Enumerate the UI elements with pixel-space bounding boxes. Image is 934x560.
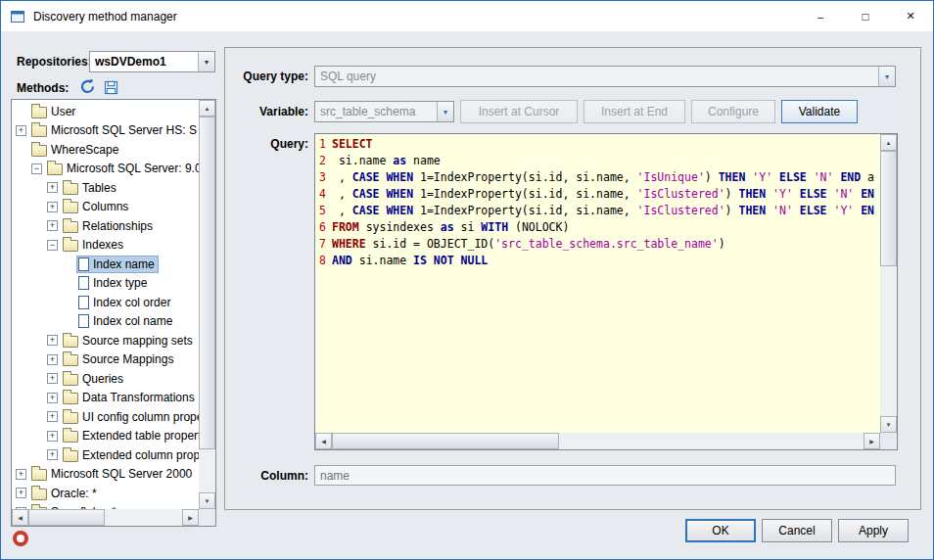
tree-item[interactable]: User: [12, 102, 199, 121]
tree-item[interactable]: −Microsoft SQL Server: 9.0 -: [12, 160, 199, 179]
tree-item-node[interactable]: Data Transformations: [62, 390, 198, 405]
tree-item-node[interactable]: User: [30, 104, 78, 119]
expand-icon[interactable]: +: [47, 335, 58, 346]
variable-value: src_table_schema: [315, 102, 437, 121]
tree-item[interactable]: +Columns: [12, 198, 199, 217]
scrollbar-thumb[interactable]: [28, 509, 105, 526]
tree-item[interactable]: +Microsoft SQL Server 2000: [12, 465, 199, 485]
expand-icon[interactable]: +: [47, 202, 58, 212]
tree-item[interactable]: +Extended table propert: [12, 427, 199, 446]
tree-item[interactable]: Index name: [12, 255, 199, 274]
sql-line: 5 , CASE WHEN 1=IndexProperty(si.id, si.…: [318, 203, 880, 219]
tree-item[interactable]: +Extended column prop: [12, 445, 199, 465]
editor-vertical-scrollbar[interactable]: ▲ ▼: [880, 134, 897, 433]
cancel-button[interactable]: Cancel: [762, 519, 832, 542]
expand-icon[interactable]: +: [47, 373, 58, 384]
tree-item[interactable]: Index col order: [12, 293, 199, 312]
tree-item-label: Indexes: [82, 238, 123, 252]
tree-item-label: Microsoft SQL Server 2000: [51, 467, 192, 481]
chevron-down-icon[interactable]: ▼: [198, 52, 214, 71]
tree-item[interactable]: +Tables: [12, 178, 199, 198]
apply-button[interactable]: Apply: [838, 519, 909, 542]
tree-item-node[interactable]: Index type: [77, 275, 150, 291]
window-controls: – □ ✕: [798, 1, 933, 31]
tree-item-node[interactable]: Oracle: *: [30, 486, 100, 501]
tree-item-node[interactable]: Indexes: [62, 237, 126, 253]
tree-item[interactable]: Index type: [12, 274, 199, 294]
repository-select[interactable]: wsDVDemo1 ▼: [89, 51, 215, 72]
scrollbar-left-button[interactable]: ◀: [315, 433, 332, 449]
tree-item-node[interactable]: Queries: [62, 371, 126, 387]
tree-item-node[interactable]: UI config column prope: [62, 409, 199, 425]
scrollbar-up-button[interactable]: ▲: [880, 134, 897, 151]
tree-item-node[interactable]: Source mapping sets: [62, 333, 196, 349]
tree-item-node[interactable]: Microsoft SQL Server: 9.0 -: [46, 161, 199, 176]
tree-item-selected[interactable]: Index name: [77, 257, 158, 272]
scrollbar-thumb[interactable]: [880, 151, 897, 266]
save-methods-button[interactable]: [101, 77, 120, 97]
minimize-button[interactable]: –: [798, 1, 843, 31]
tree-item-node[interactable]: Microsoft SQL Server HS: S: [30, 122, 199, 138]
tree-item[interactable]: +Microsoft SQL Server HS: S: [12, 121, 199, 141]
close-button[interactable]: ✕: [888, 1, 933, 31]
tree-item-node[interactable]: Index col name: [77, 313, 175, 329]
tree-item-node[interactable]: Extended column prop: [62, 447, 199, 463]
scrollbar-up-button[interactable]: ▲: [199, 100, 215, 117]
scrollbar-right-button[interactable]: ▶: [182, 509, 199, 526]
scrollbar-down-button[interactable]: ▼: [199, 492, 215, 509]
tree-item-node[interactable]: Extended table propert: [62, 428, 199, 443]
tree-item[interactable]: +Relationships: [12, 216, 199, 236]
refresh-methods-button[interactable]: [77, 76, 97, 96]
folder-icon: [63, 354, 78, 366]
tree-item-label: Source mapping sets: [82, 334, 193, 348]
tree-item[interactable]: WhereScape: [12, 140, 199, 160]
insert-at-end-button[interactable]: Insert at End: [584, 100, 685, 123]
tree-item[interactable]: +UI config column prope: [12, 407, 199, 427]
configure-button[interactable]: Configure: [691, 100, 775, 123]
tree-item-node[interactable]: Tables: [62, 180, 119, 196]
tree-vertical-scrollbar[interactable]: ▲ ▼: [199, 100, 215, 509]
tree-item-node[interactable]: Microsoft SQL Server 2000: [30, 466, 195, 482]
scrollbar-down-button[interactable]: ▼: [880, 416, 897, 433]
tree-item-node[interactable]: Index col order: [77, 295, 173, 310]
tree-item-label: Columns: [82, 200, 128, 213]
tree-item[interactable]: +Queries: [12, 369, 199, 389]
tree-item-node[interactable]: WhereScape: [30, 142, 121, 158]
scrollbar-thumb[interactable]: [332, 433, 559, 449]
expand-icon[interactable]: +: [16, 469, 26, 480]
insert-at-cursor-button[interactable]: Insert at Cursor: [460, 100, 578, 123]
sql-line: 8AND si.name IS NOT NULL: [318, 253, 880, 269]
expand-icon[interactable]: +: [47, 182, 58, 193]
tree-item[interactable]: +Source Mappings: [12, 350, 199, 370]
expand-icon[interactable]: +: [47, 449, 58, 460]
expand-icon[interactable]: +: [16, 488, 26, 498]
expand-icon[interactable]: +: [47, 354, 58, 365]
tree-item[interactable]: −Indexes: [12, 236, 199, 256]
sql-lines[interactable]: 1SELECT2 si.name as name3 , CASE WHEN 1=…: [315, 134, 880, 433]
tree-item[interactable]: +Data Transformations: [12, 389, 199, 408]
tree-item-node[interactable]: Source Mappings: [62, 351, 176, 367]
expand-icon[interactable]: +: [47, 411, 58, 422]
maximize-button[interactable]: □: [843, 1, 888, 31]
expand-icon[interactable]: +: [16, 125, 26, 136]
expand-icon[interactable]: +: [47, 393, 58, 403]
ok-button[interactable]: OK: [685, 519, 756, 542]
collapse-icon[interactable]: −: [31, 163, 42, 174]
tree-item-node[interactable]: Relationships: [62, 218, 156, 234]
expand-icon[interactable]: +: [47, 431, 58, 442]
tree-horizontal-scrollbar[interactable]: ◀ ▶: [12, 509, 199, 526]
tree-item[interactable]: Index col name: [12, 312, 199, 332]
tree-item[interactable]: +Source mapping sets: [12, 331, 199, 350]
scrollbar-right-button[interactable]: ▶: [864, 433, 880, 449]
collapse-icon[interactable]: −: [47, 240, 58, 251]
tree-item[interactable]: +Oracle: *: [12, 484, 199, 503]
tree-item-label: Extended column prop: [82, 448, 199, 462]
expand-icon[interactable]: +: [47, 220, 58, 231]
tree-item-node[interactable]: Columns: [62, 199, 131, 214]
scrollbar-thumb[interactable]: [199, 117, 215, 449]
scrollbar-left-button[interactable]: ◀: [12, 509, 28, 526]
validate-button[interactable]: Validate: [781, 100, 858, 123]
query-editor[interactable]: 1SELECT2 si.name as name3 , CASE WHEN 1=…: [314, 133, 898, 450]
editor-horizontal-scrollbar[interactable]: ◀ ▶: [315, 433, 880, 449]
line-number: 1: [318, 136, 326, 153]
